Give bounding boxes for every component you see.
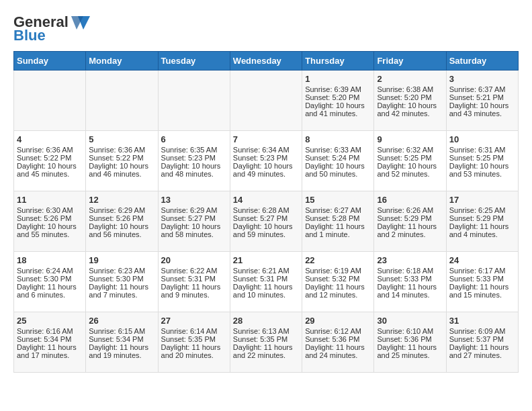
day-info: Sunset: 5:36 PM: [305, 335, 371, 343]
day-info: Sunset: 5:24 PM: [305, 154, 371, 162]
calendar-cell: 21Sunrise: 6:21 AMSunset: 5:31 PMDayligh…: [230, 252, 302, 312]
day-info: Daylight: 10 hours: [17, 222, 83, 230]
day-info: Sunset: 5:20 PM: [305, 93, 371, 101]
day-info: Daylight: 11 hours: [161, 283, 227, 291]
day-number: 29: [305, 316, 371, 326]
day-info: and 59 minutes.: [233, 230, 299, 238]
day-info: Sunset: 5:28 PM: [305, 214, 371, 222]
day-info: Sunrise: 6:34 AM: [233, 146, 299, 154]
day-info: Sunrise: 6:10 AM: [377, 327, 443, 335]
day-info: Sunset: 5:26 PM: [89, 214, 154, 222]
day-info: and 24 minutes.: [305, 351, 371, 359]
day-info: and 14 minutes.: [377, 291, 443, 299]
day-info: Sunset: 5:33 PM: [449, 275, 515, 283]
day-number: 17: [449, 195, 515, 205]
calendar-cell: 9Sunrise: 6:32 AMSunset: 5:25 PMDaylight…: [374, 131, 446, 191]
day-number: 27: [161, 316, 227, 326]
day-info: Daylight: 11 hours: [305, 343, 371, 351]
weekday-header-tuesday: Tuesday: [158, 52, 230, 71]
logo: General Blue: [13, 13, 90, 44]
day-info: Sunrise: 6:29 AM: [89, 206, 154, 214]
weekday-header-sunday: Sunday: [14, 52, 86, 71]
day-info: Sunset: 5:36 PM: [377, 335, 443, 343]
day-info: Daylight: 11 hours: [17, 343, 83, 351]
day-info: Sunrise: 6:31 AM: [449, 146, 515, 154]
day-info: and 41 minutes.: [305, 109, 371, 118]
day-info: and 46 minutes.: [89, 170, 154, 178]
calendar-cell: 28Sunrise: 6:13 AMSunset: 5:35 PMDayligh…: [230, 312, 302, 373]
calendar-cell: 14Sunrise: 6:28 AMSunset: 5:27 PMDayligh…: [230, 191, 302, 252]
day-number: 10: [449, 134, 515, 144]
calendar-cell: 16Sunrise: 6:26 AMSunset: 5:29 PMDayligh…: [374, 191, 446, 252]
day-info: Sunset: 5:29 PM: [449, 214, 515, 222]
day-info: Sunrise: 6:13 AM: [233, 327, 299, 335]
day-number: 3: [449, 74, 515, 84]
day-number: 8: [305, 134, 371, 144]
day-info: and 9 minutes.: [161, 291, 227, 299]
day-info: Sunrise: 6:39 AM: [305, 85, 371, 93]
day-info: Daylight: 10 hours: [449, 162, 515, 170]
day-number: 28: [233, 316, 299, 326]
day-number: 23: [377, 255, 443, 265]
day-info: and 4 minutes.: [449, 230, 515, 238]
day-info: Sunrise: 6:32 AM: [377, 146, 443, 154]
calendar-cell: 27Sunrise: 6:14 AMSunset: 5:35 PMDayligh…: [158, 312, 230, 373]
calendar-cell: 23Sunrise: 6:18 AMSunset: 5:33 PMDayligh…: [374, 252, 446, 312]
day-info: Daylight: 11 hours: [305, 283, 371, 291]
day-info: and 58 minutes.: [161, 230, 227, 238]
day-info: Daylight: 10 hours: [161, 162, 227, 170]
day-info: Sunrise: 6:09 AM: [449, 327, 515, 335]
day-info: Sunrise: 6:33 AM: [305, 146, 371, 154]
calendar-cell: 31Sunrise: 6:09 AMSunset: 5:37 PMDayligh…: [446, 312, 518, 373]
calendar-cell: 2Sunrise: 6:38 AMSunset: 5:20 PMDaylight…: [374, 71, 446, 131]
day-info: Sunset: 5:20 PM: [377, 93, 443, 101]
day-number: 19: [89, 255, 154, 265]
calendar-cell: 10Sunrise: 6:31 AMSunset: 5:25 PMDayligh…: [446, 131, 518, 191]
day-info: Sunset: 5:33 PM: [377, 275, 443, 283]
day-info: and 7 minutes.: [89, 291, 154, 299]
day-number: 16: [377, 195, 443, 205]
day-info: Daylight: 10 hours: [233, 162, 299, 170]
day-info: Daylight: 11 hours: [377, 283, 443, 291]
day-info: Sunrise: 6:29 AM: [161, 206, 227, 214]
calendar-week-5: 25Sunrise: 6:16 AMSunset: 5:34 PMDayligh…: [14, 312, 519, 373]
calendar-cell: [230, 71, 302, 131]
day-info: and 27 minutes.: [449, 351, 515, 359]
day-info: Sunset: 5:21 PM: [449, 93, 515, 101]
day-info: and 17 minutes.: [17, 351, 83, 359]
day-number: 30: [377, 316, 443, 326]
day-info: Daylight: 11 hours: [89, 283, 154, 291]
day-info: Daylight: 11 hours: [449, 343, 515, 351]
weekday-header-friday: Friday: [374, 52, 446, 71]
day-info: Sunset: 5:35 PM: [233, 335, 299, 343]
day-info: Sunset: 5:35 PM: [161, 335, 227, 343]
day-info: Daylight: 11 hours: [449, 222, 515, 230]
calendar-cell: 25Sunrise: 6:16 AMSunset: 5:34 PMDayligh…: [14, 312, 86, 373]
day-info: Sunset: 5:31 PM: [161, 275, 227, 283]
day-info: Sunrise: 6:28 AM: [233, 206, 299, 214]
day-info: Sunset: 5:37 PM: [449, 335, 515, 343]
weekday-header-saturday: Saturday: [446, 52, 518, 71]
day-info: Daylight: 10 hours: [377, 162, 443, 170]
day-info: Daylight: 10 hours: [449, 101, 515, 109]
day-info: Sunrise: 6:27 AM: [305, 206, 371, 214]
calendar-cell: [86, 71, 158, 131]
logo-icon: [71, 15, 90, 30]
calendar-week-4: 18Sunrise: 6:24 AMSunset: 5:30 PMDayligh…: [14, 252, 519, 312]
day-info: Sunrise: 6:38 AM: [377, 85, 443, 93]
day-info: Daylight: 11 hours: [305, 222, 371, 230]
day-info: Sunrise: 6:25 AM: [449, 206, 515, 214]
day-number: 6: [161, 134, 227, 144]
calendar-week-3: 11Sunrise: 6:30 AMSunset: 5:26 PMDayligh…: [14, 191, 519, 252]
day-info: Sunrise: 6:24 AM: [17, 267, 83, 275]
day-info: Sunset: 5:30 PM: [17, 275, 83, 283]
day-info: and 42 minutes.: [377, 109, 443, 118]
day-info: Daylight: 10 hours: [89, 222, 154, 230]
day-info: Sunrise: 6:23 AM: [89, 267, 154, 275]
day-info: Daylight: 10 hours: [89, 162, 154, 170]
day-number: 15: [305, 195, 371, 205]
day-info: Daylight: 10 hours: [161, 222, 227, 230]
day-info: Daylight: 11 hours: [233, 343, 299, 351]
day-info: Sunset: 5:23 PM: [233, 154, 299, 162]
calendar-cell: 5Sunrise: 6:36 AMSunset: 5:22 PMDaylight…: [86, 131, 158, 191]
